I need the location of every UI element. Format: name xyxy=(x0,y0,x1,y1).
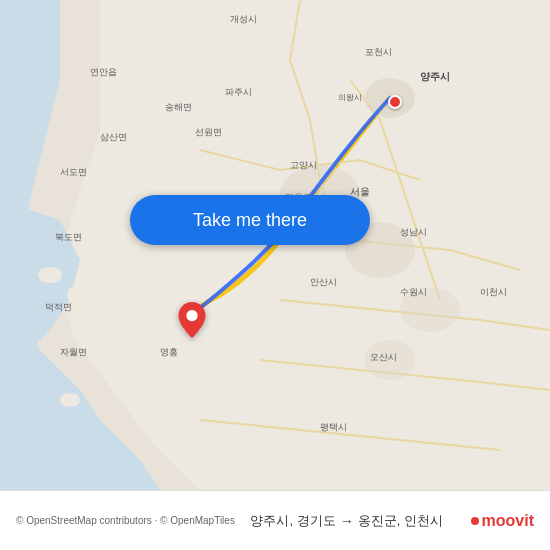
svg-text:자월면: 자월면 xyxy=(60,347,87,357)
svg-text:영흥: 영흥 xyxy=(160,347,178,357)
take-me-there-button[interactable]: Take me there xyxy=(130,195,370,245)
svg-text:의왕시: 의왕시 xyxy=(338,93,362,102)
moovit-logo: moovit xyxy=(471,512,534,530)
svg-point-1 xyxy=(67,283,103,307)
svg-text:포천시: 포천시 xyxy=(365,47,392,57)
origin-marker xyxy=(388,95,402,109)
svg-text:송해면: 송해면 xyxy=(165,102,192,112)
svg-point-34 xyxy=(186,310,197,321)
svg-text:북도면: 북도면 xyxy=(55,232,82,242)
svg-point-5 xyxy=(60,393,80,407)
take-me-there-label: Take me there xyxy=(193,210,307,231)
origin-label: 양주시, 경기도 xyxy=(250,512,335,530)
svg-text:평택시: 평택시 xyxy=(320,422,347,432)
svg-text:안산시: 안산시 xyxy=(310,277,337,287)
moovit-logo-text: moovit xyxy=(482,512,534,530)
svg-text:수원시: 수원시 xyxy=(400,287,427,297)
map-container: 포천시 개성시 연안읍 송해면 삼산면 서도면 북도면 덕적면 자월면 영흥 파… xyxy=(0,0,550,490)
svg-point-4 xyxy=(101,361,129,379)
bottom-bar: © OpenStreetMap contributors · © OpenMap… xyxy=(0,490,550,550)
svg-text:양주시: 양주시 xyxy=(420,71,450,82)
destination-marker xyxy=(178,302,206,342)
svg-text:연안읍: 연안읍 xyxy=(90,67,117,77)
svg-text:이천시: 이천시 xyxy=(480,287,507,297)
arrow-icon: → xyxy=(340,513,354,529)
copyright-text: © OpenStreetMap contributors · © OpenMap… xyxy=(16,515,235,526)
route-info: © OpenStreetMap contributors · © OpenMap… xyxy=(16,515,235,526)
moovit-logo-dot xyxy=(471,517,479,525)
svg-text:오산시: 오산시 xyxy=(370,352,397,362)
destination-label: 옹진군, 인천시 xyxy=(358,512,443,530)
svg-text:파주시: 파주시 xyxy=(225,87,252,97)
svg-text:성남시: 성남시 xyxy=(400,227,427,237)
svg-text:개성시: 개성시 xyxy=(230,14,257,24)
svg-text:고양시: 고양시 xyxy=(290,160,317,170)
svg-text:선원면: 선원면 xyxy=(195,127,222,137)
svg-text:삼산면: 삼산면 xyxy=(100,132,127,142)
svg-text:덕적면: 덕적면 xyxy=(45,302,72,312)
svg-point-2 xyxy=(38,267,62,283)
map-background: 포천시 개성시 연안읍 송해면 삼산면 서도면 북도면 덕적면 자월면 영흥 파… xyxy=(0,0,550,490)
svg-text:서도면: 서도면 xyxy=(60,167,87,177)
